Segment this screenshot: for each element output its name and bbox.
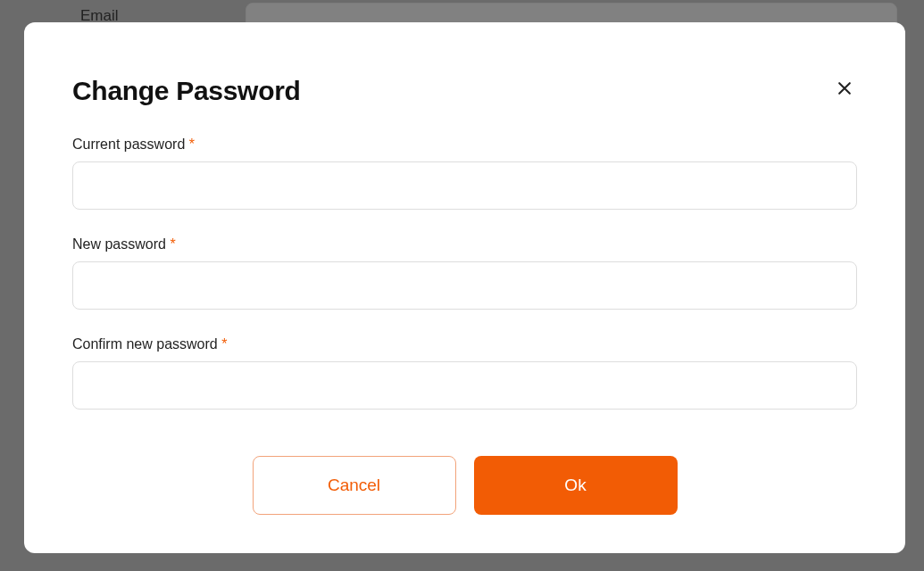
cancel-button[interactable]: Cancel	[253, 456, 456, 515]
ok-button[interactable]: Ok	[474, 456, 678, 515]
current-password-group: Current password *	[72, 137, 857, 210]
close-icon	[836, 79, 853, 100]
confirm-password-group: Confirm new password *	[72, 336, 857, 410]
modal-header: Change Password	[72, 76, 857, 106]
current-password-label: Current password *	[72, 137, 857, 153]
label-text: New password	[72, 236, 166, 252]
button-row: Cancel Ok	[72, 456, 857, 515]
confirm-password-label: Confirm new password *	[72, 336, 857, 352]
modal-title: Change Password	[72, 76, 301, 106]
label-text: Confirm new password	[72, 336, 218, 352]
required-marker: *	[170, 236, 175, 252]
change-password-modal: Change Password Current password * New p…	[24, 22, 905, 553]
new-password-group: New password *	[72, 236, 857, 310]
new-password-label: New password *	[72, 236, 857, 252]
new-password-input[interactable]	[72, 261, 857, 310]
current-password-input[interactable]	[72, 161, 857, 210]
label-text: Current password	[72, 137, 185, 152]
close-button[interactable]	[832, 76, 857, 103]
confirm-password-input[interactable]	[72, 361, 857, 410]
required-marker: *	[189, 137, 195, 152]
required-marker: *	[221, 336, 227, 352]
